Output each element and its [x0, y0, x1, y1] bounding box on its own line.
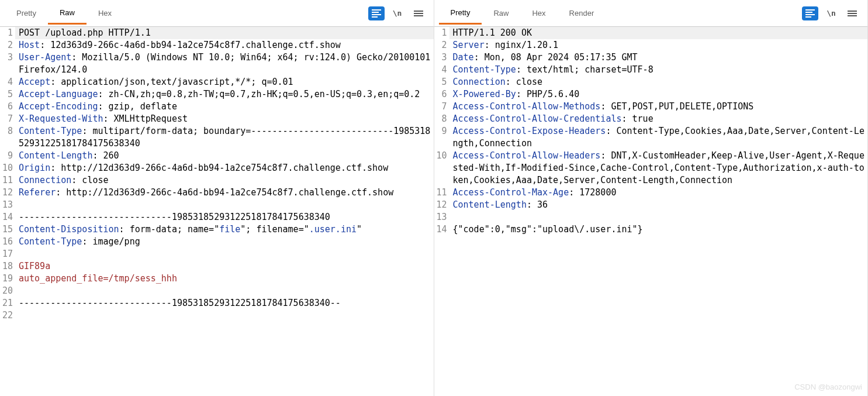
response-gutter: 123456789 10 11121314 — [434, 27, 449, 396]
tab-hex[interactable]: Hex — [87, 3, 123, 23]
code-line: Access-Control-Expose-Headers: Content-T… — [449, 125, 868, 150]
code-line: Origin: http://12d363d9-266c-4a6d-bb94-1… — [15, 162, 434, 174]
tab-pretty[interactable]: Pretty — [439, 2, 482, 25]
line-number: 5 — [434, 76, 449, 88]
svg-rect-1 — [372, 12, 379, 13]
svg-rect-7 — [805, 16, 811, 18]
code-line: Access-Control-Allow-Credentials: true — [449, 113, 868, 125]
line-number: 20 — [0, 285, 15, 297]
line-number: 11 — [434, 187, 449, 199]
line-number: 13 — [434, 211, 449, 223]
code-line: POST /upload.php HTTP/1.1 — [15, 27, 434, 39]
line-number: 6 — [434, 88, 449, 101]
watermark: CSDN @baozongwi — [794, 383, 862, 391]
line-number: 2 — [434, 39, 449, 51]
code-line: X-Requested-With: XMLHttpRequest — [15, 113, 434, 125]
code-line: Content-Length: 36 — [449, 199, 868, 211]
code-line: Connection: close — [15, 174, 434, 187]
code-line: Date: Mon, 08 Apr 2024 05:17:35 GMT — [449, 51, 868, 64]
code-line: GIF89a — [15, 260, 434, 273]
line-number: 12 — [434, 199, 449, 211]
menu-icon[interactable] — [410, 6, 427, 20]
line-number: 10 — [0, 162, 15, 174]
tab-pretty[interactable]: Pretty — [5, 3, 48, 23]
line-number: 5 — [0, 88, 15, 101]
line-number: 21 — [0, 297, 15, 309]
line-number: 16 — [0, 236, 15, 248]
code-line — [15, 285, 434, 297]
tab-raw[interactable]: Raw — [48, 2, 87, 25]
code-line — [15, 248, 434, 260]
line-number: 12 — [0, 187, 15, 199]
code-line: Content-Length: 260 — [15, 150, 434, 162]
line-number: 7 — [0, 113, 15, 125]
code-line: User-Agent: Mozilla/5.0 (Windows NT 10.0… — [15, 51, 434, 76]
format-icon[interactable] — [368, 6, 385, 20]
svg-rect-6 — [805, 14, 815, 15]
tab-render[interactable]: Render — [558, 3, 606, 23]
request-code: 123 45678 910111213141516171819202122 PO… — [0, 27, 434, 396]
line-number: 1 — [434, 27, 449, 39]
line-number: 14 — [0, 211, 15, 223]
code-line: Accept: application/json,text/javascript… — [15, 76, 434, 88]
request-gutter: 123 45678 910111213141516171819202122 — [0, 27, 15, 396]
line-number: 1 — [0, 27, 15, 39]
line-number: 15 — [0, 223, 15, 236]
code-line: Access-Control-Allow-Headers: DNT,X-Cust… — [449, 150, 868, 187]
line-number: 17 — [0, 248, 15, 260]
line-number: 8 — [0, 125, 15, 137]
code-line — [15, 309, 434, 322]
request-tabs: PrettyRawHex\n — [0, 0, 434, 27]
code-line: -----------------------------19853185293… — [15, 211, 434, 223]
code-line: Content-Type: multipart/form-data; bound… — [15, 125, 434, 150]
line-number: 18 — [0, 260, 15, 273]
code-line: Server: nginx/1.20.1 — [449, 39, 868, 51]
line-number: 11 — [0, 174, 15, 187]
code-line: Host: 12d363d9-266c-4a6d-bb94-1a2ce754c8… — [15, 39, 434, 51]
menu-icon[interactable] — [844, 6, 860, 20]
code-line: Access-Control-Allow-Methods: GET,POST,P… — [449, 101, 868, 113]
code-line: Content-Disposition: form-data; name="fi… — [15, 223, 434, 236]
line-number: 3 — [0, 51, 15, 64]
tab-raw[interactable]: Raw — [482, 3, 520, 23]
format-icon[interactable] — [802, 6, 818, 20]
code-line: Accept-Encoding: gzip, deflate — [15, 101, 434, 113]
line-number: 13 — [0, 199, 15, 211]
code-line: auto_append_file=/tmp/sess_hhh — [15, 273, 434, 285]
tab-hex[interactable]: Hex — [520, 3, 557, 23]
line-number: 8 — [434, 113, 449, 125]
code-line: {"code":0,"msg":"upload\/.user.ini"} — [449, 223, 868, 236]
line-number: 22 — [0, 309, 15, 322]
line-number: 9 — [0, 150, 15, 162]
svg-rect-4 — [805, 9, 815, 11]
code-line: X-Powered-By: PHP/5.6.40 — [449, 88, 868, 101]
code-line: HTTP/1.1 200 OK — [449, 27, 868, 39]
line-number: 7 — [434, 101, 449, 113]
response-tabs: PrettyRawHexRender\n — [434, 0, 868, 27]
svg-rect-2 — [372, 14, 381, 15]
line-number: 19 — [0, 273, 15, 285]
code-line — [15, 199, 434, 211]
response-lines[interactable]: HTTP/1.1 200 OKServer: nginx/1.20.1Date:… — [449, 27, 868, 396]
response-code: 123456789 10 11121314 HTTP/1.1 200 OKSer… — [434, 27, 868, 396]
line-number: 4 — [0, 76, 15, 88]
svg-rect-5 — [805, 12, 812, 13]
newline-icon[interactable]: \n — [823, 6, 839, 20]
request-panel: PrettyRawHex\n 123 45678 910111213141516… — [0, 0, 434, 396]
svg-rect-0 — [372, 9, 381, 11]
request-lines[interactable]: POST /upload.php HTTP/1.1Host: 12d363d9-… — [15, 27, 434, 396]
line-number: 14 — [434, 223, 449, 236]
code-line: Content-Type: image/png — [15, 236, 434, 248]
response-panel: PrettyRawHexRender\n 123456789 10 111213… — [434, 0, 869, 396]
svg-rect-3 — [372, 16, 378, 18]
code-line: Connection: close — [449, 76, 868, 88]
code-line: -----------------------------19853185293… — [15, 297, 434, 309]
line-number: 9 — [434, 125, 449, 137]
newline-icon[interactable]: \n — [389, 6, 406, 20]
code-line: Referer: http://12d363d9-266c-4a6d-bb94-… — [15, 187, 434, 199]
code-line: Access-Control-Max-Age: 1728000 — [449, 187, 868, 199]
line-number: 3 — [434, 51, 449, 64]
code-line — [449, 211, 868, 223]
line-number: 2 — [0, 39, 15, 51]
code-line: Content-Type: text/html; charset=UTF-8 — [449, 64, 868, 76]
